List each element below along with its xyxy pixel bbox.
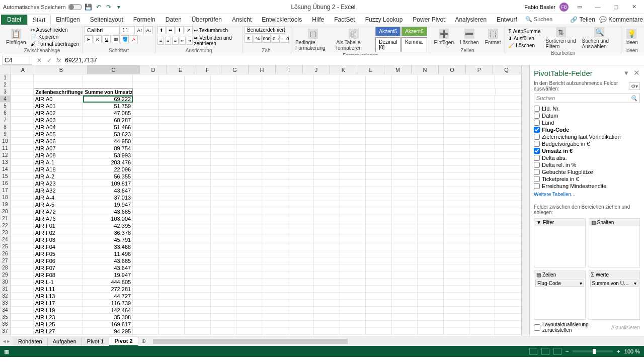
clear-button[interactable]: 🧹 Löschen [507,42,541,49]
tab-formeln[interactable]: Formeln [128,15,160,25]
tab-analysieren[interactable]: Analysieren [450,15,492,25]
pivot-value-cell[interactable]: 37.013 [83,194,133,201]
pivot-row-label[interactable]: AIR.A01 [34,103,84,110]
wrap-text-button[interactable]: ↩ Textumbruch [194,28,228,33]
row-header[interactable]: 19 [0,201,11,208]
pivot-row-label[interactable]: AIR.F07 [34,264,84,272]
pivot-row-label[interactable]: AIR.F04 [34,243,84,250]
pivot-field[interactable]: Umsatz in € [534,147,640,154]
table-format-button[interactable]: ▦Als Tabelle formatieren [334,28,373,52]
pivot-value-cell[interactable]: 94.295 [83,328,133,335]
pivot-value-cell[interactable]: 33.468 [83,243,133,250]
zoom-slider[interactable] [573,350,613,352]
pivot-value-cell[interactable]: 35.308 [83,314,133,321]
sheet-tab[interactable]: Pivot 2 [109,337,138,346]
cond-format-button[interactable]: ▤Bedingte Formatierung [293,28,332,52]
pivot-row-label[interactable]: AIR.F02 [34,229,84,236]
pivot-row-label[interactable]: AIR.A08 [34,152,84,159]
col-header[interactable]: A [11,65,35,74]
pivot-value-cell[interactable]: 444.805 [83,279,133,286]
field-checkbox[interactable] [534,113,540,119]
maximize-icon[interactable]: ▢ [609,2,623,12]
field-checkbox[interactable] [534,134,540,140]
row-header[interactable]: 9 [0,131,11,138]
tab-daten[interactable]: Daten [160,15,187,25]
pivot-row-label[interactable]: AIR.A-4 [34,194,84,201]
tab-fuzzy[interactable]: Fuzzy Lookup [360,15,408,25]
sheet-nav-first-icon[interactable]: ◂ [3,338,6,344]
horizontal-scrollbar[interactable] [153,339,640,344]
field-checkbox[interactable] [534,162,540,168]
value-field-item[interactable]: Summe von Umsatz in €▾ [590,280,639,287]
align-center-icon[interactable]: ≡ [165,37,171,45]
columns-area[interactable]: ▥Spalten [589,218,640,267]
row-header[interactable]: 22 [0,222,11,229]
col-header[interactable]: L [357,65,384,74]
pivot-value-cell[interactable]: 19.947 [83,201,133,208]
style-accent5[interactable]: Akzent5 [375,27,400,36]
col-header[interactable]: G [221,65,249,74]
rows-area[interactable]: ▤Zeilen Flug-Code▾ [534,270,586,320]
border-button[interactable]: ▦ [112,35,120,43]
pivot-field[interactable]: Datum [534,112,640,119]
style-komma[interactable]: Komma [401,37,427,52]
align-left-icon[interactable]: ≡ [157,37,164,45]
tab-hilfe[interactable]: Hilfe [307,15,329,25]
pivot-row-label[interactable]: AIR.A-5 [34,201,84,208]
row-header[interactable]: 32 [0,293,11,300]
pivot-field[interactable]: Gebuchte Flugplätze [534,168,640,175]
pivot-value-cell[interactable]: 43.685 [83,208,133,215]
row-header[interactable]: 30 [0,279,11,286]
inc-decimal-icon[interactable]: .0→ [272,35,280,43]
undo-icon[interactable]: ↶ [95,4,102,11]
font-color-button[interactable]: A [130,35,138,43]
font-name-select[interactable]: Calibri [85,26,120,34]
sheet-tab[interactable]: Aufgaben [48,337,82,345]
user-name[interactable]: Fabio Basler [524,4,555,10]
pivot-field[interactable]: Delta abs. [534,154,640,161]
row-header[interactable]: 24 [0,236,11,243]
col-header[interactable]: D [140,65,167,74]
enter-formula-icon[interactable]: ✓ [44,57,54,64]
update-button[interactable]: Aktualisieren [611,325,640,330]
col-header[interactable]: I [276,65,303,74]
style-accent6[interactable]: Akzent6 [401,27,427,36]
pivot-row-label[interactable]: AIR.F08 [34,272,84,279]
col-header[interactable]: P [466,65,493,74]
row-header[interactable]: 17 [0,187,11,194]
pivot-value-cell[interactable]: 42.395 [83,222,133,229]
row-header[interactable]: 25 [0,243,11,250]
col-header[interactable]: O [439,65,466,74]
pivot-field[interactable]: Land [534,119,640,126]
find-select-button[interactable]: 🔍Suchen und Auswählen [580,26,619,50]
row-header[interactable]: 38 [0,335,11,336]
pivot-row-label[interactable]: AIR.A06 [34,138,84,145]
col-header[interactable]: Q [493,65,520,74]
indent-inc-icon[interactable]: ⇥ [187,37,193,45]
tab-powerpivot[interactable]: Power Pivot [408,15,450,25]
pivot-value-cell[interactable]: 19.947 [83,272,133,279]
pivot-row-label[interactable]: AIR.A07 [34,145,84,152]
italic-button[interactable]: K [94,35,102,43]
row-header[interactable]: 2 [0,81,11,88]
row-header[interactable]: 27 [0,257,11,264]
col-header[interactable]: B [35,65,88,74]
col-header[interactable]: J [303,65,330,74]
pivot-value-cell[interactable]: 36.378 [83,229,133,236]
col-header[interactable]: H [249,65,276,74]
row-header[interactable]: 12 [0,152,11,159]
pivot-value-cell[interactable]: 142.464 [83,307,133,314]
page-break-view-icon[interactable] [553,348,561,355]
pivot-value-cell[interactable]: 89.754 [83,145,133,152]
align-bottom-icon[interactable]: ⬇ [176,26,184,34]
row-header[interactable]: 8 [0,124,11,131]
field-checkbox[interactable] [534,141,540,147]
pivot-field[interactable]: Flug-Code [534,126,640,133]
cut-button[interactable]: ✂ Ausschneiden [30,27,80,33]
thousands-icon[interactable]: 000 [263,35,271,43]
bold-button[interactable]: F [85,35,93,43]
align-top-icon[interactable]: ⬆ [157,26,166,34]
pivot-field[interactable]: Budgetvorgabe in € [534,140,640,147]
pivot-value-cell[interactable]: 22.096 [83,166,133,173]
merge-button[interactable]: ⬌ Verbinden und zentrieren [194,35,240,46]
